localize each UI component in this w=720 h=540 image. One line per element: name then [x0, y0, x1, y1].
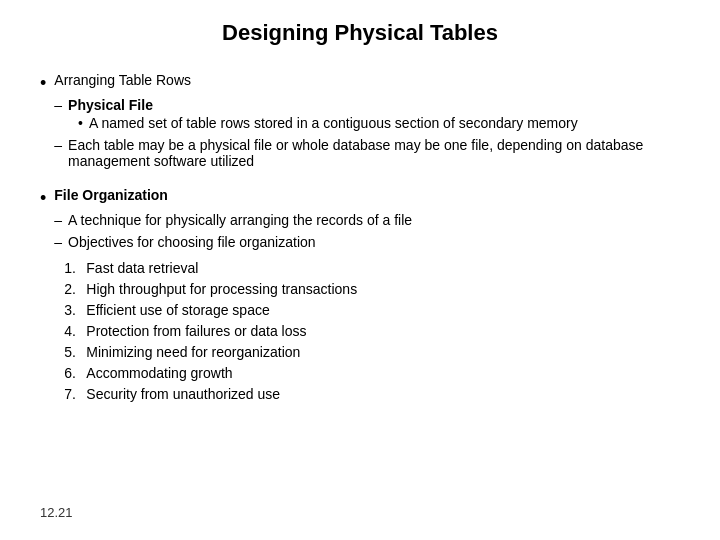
dash-3: – A technique for physically arranging t… [54, 212, 412, 228]
dash-1: – Physical File • A named set of table r… [54, 97, 680, 131]
num-4: 4. [64, 321, 80, 342]
num-2-text: High throughput for processing transacti… [86, 279, 357, 300]
sub-bullet-1: • A named set of table rows stored in a … [78, 115, 578, 131]
content-area: • Arranging Table Rows – Physical File •… [40, 70, 680, 495]
sub-bullet-dot-1: • [78, 115, 83, 131]
dash-2: – Each table may be a physical file or w… [54, 137, 680, 169]
num-5-text: Minimizing need for reorganization [86, 342, 300, 363]
section-2-label: File Organization [54, 185, 412, 206]
dash-1-label: Physical File [68, 97, 578, 113]
footer: 12.21 [40, 495, 680, 520]
dash-3-label: A technique for physically arranging the… [68, 212, 412, 228]
num-3: 3. [64, 300, 80, 321]
section-2: • File Organization – A technique for ph… [40, 185, 680, 405]
numbered-item-3: 3. Efficient use of storage space [64, 300, 412, 321]
numbered-item-5: 5. Minimizing need for reorganization [64, 342, 412, 363]
dash-symbol-3: – [54, 212, 62, 228]
dash-4: – Objectives for choosing file organizat… [54, 234, 412, 250]
section-1-content: Arranging Table Rows – Physical File • A… [54, 70, 680, 169]
num-3-text: Efficient use of storage space [86, 300, 269, 321]
num-6-text: Accommodating growth [86, 363, 232, 384]
bullet-dot-1: • [40, 71, 46, 169]
dash-symbol-1: – [54, 97, 62, 131]
num-1-text: Fast data retrieval [86, 258, 198, 279]
numbered-item-2: 2. High throughput for processing transa… [64, 279, 412, 300]
num-6: 6. [64, 363, 80, 384]
numbered-list: 1. Fast data retrieval 2. High throughpu… [64, 258, 412, 405]
numbered-item-7: 7. Security from unauthorized use [64, 384, 412, 405]
num-1: 1. [64, 258, 80, 279]
num-7: 7. [64, 384, 80, 405]
section-2-content: File Organization – A technique for phys… [54, 185, 412, 405]
slide-container: Designing Physical Tables • Arranging Ta… [0, 0, 720, 540]
slide-title: Designing Physical Tables [40, 20, 680, 46]
sub-bullet-1-text: A named set of table rows stored in a co… [89, 115, 578, 131]
section-1-label: Arranging Table Rows [54, 70, 680, 91]
footer-number: 12.21 [40, 505, 73, 520]
num-2: 2. [64, 279, 80, 300]
bullet-dot-2: • [40, 186, 46, 405]
numbered-item-1: 1. Fast data retrieval [64, 258, 412, 279]
numbered-item-4: 4. Protection from failures or data loss [64, 321, 412, 342]
num-7-text: Security from unauthorized use [86, 384, 280, 405]
dash-1-content: Physical File • A named set of table row… [68, 97, 578, 131]
num-5: 5. [64, 342, 80, 363]
numbered-item-6: 6. Accommodating growth [64, 363, 412, 384]
dash-2-label: Each table may be a physical file or who… [68, 137, 680, 169]
num-4-text: Protection from failures or data loss [86, 321, 306, 342]
dash-4-label: Objectives for choosing file organizatio… [68, 234, 315, 250]
dash-symbol-2: – [54, 137, 62, 169]
dash-symbol-4: – [54, 234, 62, 250]
section-1: • Arranging Table Rows – Physical File •… [40, 70, 680, 169]
